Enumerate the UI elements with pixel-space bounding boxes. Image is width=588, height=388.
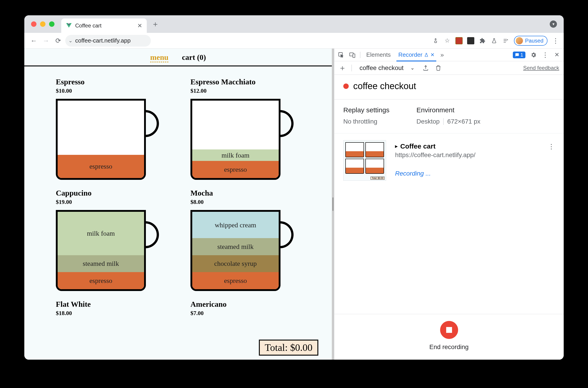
messages-badge[interactable]: 1 [513,51,525,58]
tab-recorder[interactable]: Recorder ✕ [396,49,436,61]
expand-caret-icon[interactable]: ▸ [395,143,397,149]
layer-espresso: espresso [58,155,144,178]
reload-button[interactable]: ⟳ [53,36,63,46]
coffee-name: Flat White [56,300,166,309]
coffee-grid: Espresso $10.00 espresso Espresso Macchi… [24,69,332,321]
environment-device: Desktop [416,118,440,125]
coffee-item-mocha: Mocha $8.00 espresso chocolate syrup ste… [191,189,300,291]
layer-steamed-milk: steamed milk [58,255,144,272]
cart-total[interactable]: Total: $0.00 [259,340,318,356]
replay-settings-col: Replay settings No throttling [343,106,390,125]
layer-milk-foam: milk foam [58,212,144,255]
coffee-name: Cappucino [56,189,166,197]
bookmark-star-icon[interactable]: ☆ [444,37,451,44]
address-bar: ← → ⟳ ⌄ coffee-cart.netlify.app ☆ [24,33,564,48]
recording-selector[interactable]: coffee checkout ⌄ [357,64,417,72]
more-tabs-icon[interactable]: » [440,51,444,58]
message-icon [515,53,519,57]
divider [443,118,444,125]
devtools-menu-icon[interactable]: ⋮ [542,51,549,58]
coffee-mug[interactable]: espresso steamed milk milk foam [56,210,146,291]
inspect-element-icon[interactable] [338,51,345,58]
new-tab-button[interactable]: ＋ [151,20,160,29]
maximize-window-button[interactable] [49,21,54,27]
reading-list-icon[interactable] [502,37,510,44]
coffee-mug[interactable]: espresso chocolate syrup steamed milk wh… [191,210,280,291]
devtools-tabs: Elements Recorder ✕ » 1 ⋮ [334,48,564,61]
coffee-price: $18.00 [56,310,166,317]
forward-button[interactable]: → [41,36,51,46]
recording-settings: Replay settings No throttling Environmen… [334,99,564,133]
coffee-item-flatwhite: Flat White $18.00 [56,300,166,321]
devtools-panel: Elements Recorder ✕ » 1 ⋮ [334,48,564,360]
extension-icon-1[interactable] [455,37,463,44]
tab-title: Coffee cart [75,23,134,29]
layer-espresso: espresso [58,272,144,289]
close-window-button[interactable] [31,21,36,27]
export-icon[interactable] [422,64,429,72]
coffee-name: Mocha [191,189,300,197]
menu-link[interactable]: menu [150,53,168,62]
recorder-footer: End recording [334,314,564,360]
devtools-close-icon[interactable]: ✕ [553,51,561,58]
layer-chocolate: chocolate syrup [192,255,279,272]
coffee-item-cappucino: Cappucino $19.00 espresso steamed milk m… [56,189,166,291]
cart-link[interactable]: cart (0) [182,53,206,62]
step-title[interactable]: Coffee cart [400,143,436,150]
recording-title-row: coffee checkout [334,75,564,99]
toolbar-icons: ☆ Paused ⋮ [432,36,559,46]
share-icon[interactable] [432,37,439,44]
layer-espresso: espresso [192,161,279,178]
step-menu-icon[interactable]: ⋮ [548,140,555,150]
coffee-price: $19.00 [56,199,166,205]
new-recording-icon[interactable]: ＋ [339,64,346,72]
back-button[interactable]: ← [29,36,39,46]
tab-search-button[interactable] [550,21,557,28]
chrome-menu-button[interactable]: ⋮ [552,37,559,44]
vue-favicon-icon [66,23,72,29]
step-thumbnail[interactable]: Total: $0.00 [343,140,386,181]
window-controls [24,21,54,27]
layer-milk-foam: milk foam [192,149,279,161]
tab-elements[interactable]: Elements [365,49,392,61]
flask-icon [424,53,429,57]
coffee-price: $7.00 [191,310,300,317]
extension-icon-2[interactable] [467,37,474,44]
layer-whipped: whipped cream [192,212,279,238]
tab-close-icon[interactable]: ✕ [137,22,142,29]
recorder-toolbar: ＋ coffee checkout ⌄ Send feedback [334,61,564,75]
browser-tab[interactable]: Coffee cart ✕ [61,19,147,33]
environment-heading: Environment [416,106,480,114]
coffee-price: $12.00 [191,88,300,94]
end-recording-label: End recording [429,343,468,351]
profile-button[interactable]: Paused [514,36,547,46]
minimize-window-button[interactable] [40,21,46,27]
end-recording-button[interactable] [440,321,458,339]
delete-icon[interactable] [435,64,442,72]
send-feedback-link[interactable]: Send feedback [523,65,559,71]
coffee-mug[interactable]: espresso milk foam [191,99,280,180]
nav-divider [24,66,332,66]
device-toolbar-icon[interactable] [349,51,356,58]
url-field[interactable]: ⌄ coffee-cart.netlify.app [65,35,151,47]
step-url: https://coffee-cart.netlify.app/ [395,151,539,159]
profile-avatar-icon [516,37,523,44]
coffee-item-macchiato: Espresso Macchiato $12.00 espresso milk … [191,78,300,180]
settings-gear-icon[interactable] [530,51,537,58]
step-status: Recording ... [395,170,539,177]
labs-flask-icon[interactable] [490,37,498,44]
tab-close-icon[interactable]: ✕ [430,52,435,58]
replay-throttling-value[interactable]: No throttling [343,118,390,125]
recording-indicator-icon [343,83,349,89]
layer-espresso: espresso [192,272,279,289]
coffee-mug[interactable]: espresso [56,99,146,180]
url-text: coffee-cart.netlify.app [75,37,131,44]
coffee-item-espresso: Espresso $10.00 espresso [56,78,166,180]
environment-size: 672×671 px [447,118,480,125]
page-nav: menu cart (0) [24,48,332,66]
browser-window: Coffee cart ✕ ＋ ← → ⟳ ⌄ coffee-cart.netl… [24,15,564,360]
extensions-puzzle-icon[interactable] [479,37,486,44]
devtools-splitter[interactable] [332,48,334,360]
site-info-icon[interactable]: ⌄ [69,38,73,44]
profile-status: Paused [525,38,543,44]
